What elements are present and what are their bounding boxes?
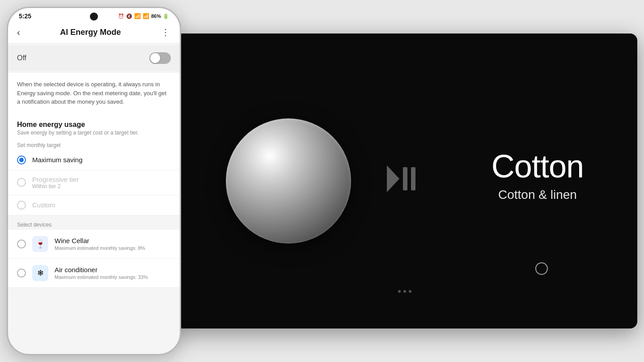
wine-cellar-name: Wine Cellar bbox=[55, 237, 171, 244]
alarm-icon: ⏰ bbox=[118, 13, 124, 19]
tv-dots bbox=[398, 290, 411, 293]
phone-mockup: 5:25 ⏰ 🔇 📶 📶 86% 🔋 ‹ AI Energy Mode ⋮ bbox=[7, 7, 181, 355]
svg-marker-0 bbox=[387, 165, 399, 192]
device-radio-ac bbox=[17, 269, 26, 278]
radio-text-progressive: Progressive tier Within tier 2 bbox=[32, 176, 171, 189]
status-icons: ⏰ 🔇 📶 📶 86% 🔋 bbox=[118, 13, 169, 19]
status-time: 5:25 bbox=[19, 13, 31, 20]
tv-panel: Cotton Cotton & linen bbox=[172, 34, 637, 328]
tv-knob bbox=[226, 118, 351, 244]
device-item-wine-cellar[interactable]: 🍷 Wine Cellar Maximum estimated monthly … bbox=[8, 230, 180, 259]
page-title: AI Energy Mode bbox=[60, 28, 121, 37]
ac-icon: ❄ bbox=[32, 265, 48, 281]
tv-dot-2 bbox=[403, 290, 406, 293]
home-energy-section-header: Home energy usage Save energy by setting… bbox=[8, 114, 180, 138]
tv-sub-text: Cotton & linen bbox=[491, 188, 584, 202]
battery-icon: 86% bbox=[151, 13, 161, 19]
svg-rect-2 bbox=[411, 167, 415, 190]
monthly-target-label: Set monthly target bbox=[8, 138, 180, 150]
radio-option-maximum[interactable]: Maximum saving bbox=[8, 150, 180, 170]
radio-sublabel-progressive: Within tier 2 bbox=[32, 183, 171, 189]
scene: 5:25 ⏰ 🔇 📶 📶 86% 🔋 ‹ AI Energy Mode ⋮ bbox=[0, 0, 644, 362]
more-button[interactable]: ⋮ bbox=[161, 27, 171, 38]
tv-text-area: Cotton Cotton & linen bbox=[491, 149, 584, 202]
play-pause-button[interactable] bbox=[387, 165, 423, 197]
battery-full-icon: 🔋 bbox=[163, 13, 169, 19]
wifi-icon: 📶 bbox=[134, 13, 141, 19]
tv-dot-3 bbox=[409, 290, 411, 293]
toggle-label: Off bbox=[17, 54, 26, 62]
radio-circle-progressive bbox=[17, 178, 26, 187]
description-text: When the selected device is operating, i… bbox=[8, 73, 180, 114]
radio-circle-maximum bbox=[17, 156, 26, 164]
radio-label-progressive: Progressive tier bbox=[32, 176, 171, 183]
radio-label-maximum: Maximum saving bbox=[32, 156, 171, 164]
back-button[interactable]: ‹ bbox=[17, 27, 20, 38]
device-item-air-conditioner[interactable]: ❄ Air conditioner Maximum estimated mont… bbox=[8, 259, 180, 288]
ac-text: Air conditioner Maximum estimated monthl… bbox=[55, 266, 171, 280]
mute-icon: 🔇 bbox=[126, 13, 132, 19]
wine-cellar-savings: Maximum estimated monthly savings: 8% bbox=[55, 245, 171, 251]
devices-label: Select devices bbox=[8, 217, 180, 230]
radio-circle-custom bbox=[17, 201, 26, 210]
ac-name: Air conditioner bbox=[55, 266, 171, 274]
wine-cellar-icon: 🍷 bbox=[32, 236, 48, 252]
radio-text-maximum: Maximum saving bbox=[32, 156, 171, 164]
home-energy-title: Home energy usage bbox=[17, 121, 171, 129]
tv-circle-indicator[interactable] bbox=[535, 262, 548, 275]
radio-label-custom: Custom bbox=[32, 201, 171, 209]
ai-energy-toggle[interactable] bbox=[149, 52, 171, 64]
tv-main-text: Cotton bbox=[491, 149, 584, 184]
radio-option-custom[interactable]: Custom bbox=[8, 195, 180, 215]
radio-text-custom: Custom bbox=[32, 201, 171, 209]
wine-cellar-text: Wine Cellar Maximum estimated monthly sa… bbox=[55, 237, 171, 251]
device-radio-wine-cellar bbox=[17, 240, 26, 248]
home-energy-subtitle: Save energy by setting a target cost or … bbox=[17, 130, 171, 136]
off-toggle-row: Off bbox=[8, 45, 180, 71]
radio-option-progressive[interactable]: Progressive tier Within tier 2 bbox=[8, 170, 180, 195]
signal-icon: 📶 bbox=[143, 13, 149, 19]
svg-rect-1 bbox=[403, 167, 407, 190]
ac-savings: Maximum estimated monthly savings: 33% bbox=[55, 274, 171, 280]
tv-dot-1 bbox=[398, 290, 401, 293]
camera-notch bbox=[90, 13, 98, 21]
app-header: ‹ AI Energy Mode ⋮ bbox=[8, 21, 180, 43]
